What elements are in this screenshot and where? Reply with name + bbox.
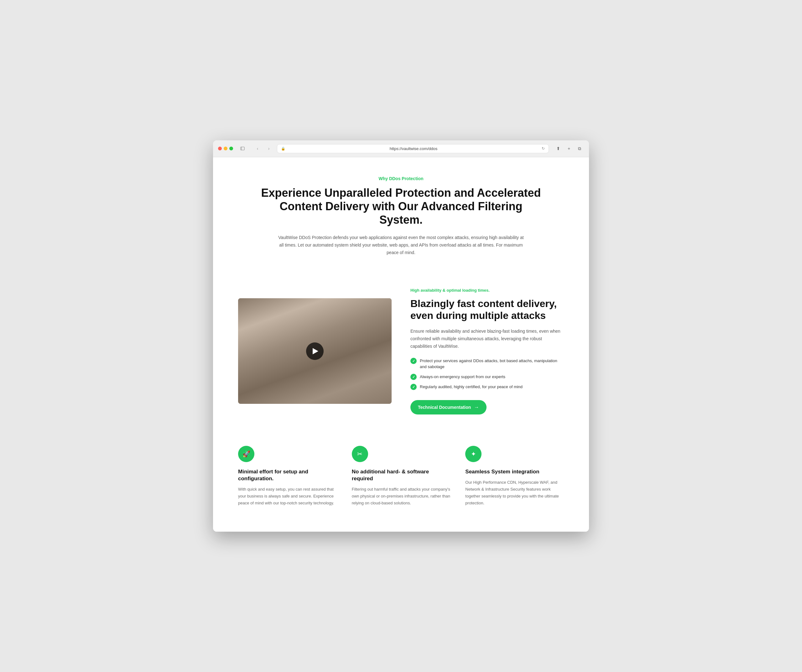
hero-title: Experience Unparalleled Protection and A… [260,186,542,227]
svg-rect-0 [241,147,244,150]
technical-documentation-button[interactable]: Technical Documentation → [411,400,487,415]
content-section: High availability & optimal loading time… [238,282,564,421]
checklist-text-3: Regularly audited, highly certified, for… [420,384,522,390]
back-button[interactable]: ‹ [253,144,262,153]
feature-description: Ensure reliable availability and achieve… [411,328,564,350]
browser-chrome: ‹ › 🔒 https://vaultwise.com/ddos ↻ ⬆ + ⧉ [213,141,589,157]
hero-tag: Why DDos Protection [238,176,564,181]
feature-icon-2: ✂ [352,446,368,462]
feature-card-title-2: No additional hard- & software required [352,468,451,482]
share-button[interactable]: ⬆ [554,144,563,153]
lock-icon: 🔒 [281,147,285,151]
browser-controls: ‹ › [253,144,273,153]
feature-card-title-3: Seamless System integration [465,468,564,475]
checklist-item-3: Regularly audited, highly certified, for… [411,384,564,390]
new-tab-button[interactable]: + [564,144,573,153]
feature-tag: High availability & optimal loading time… [411,288,564,292]
reload-icon: ↻ [542,146,545,151]
play-button[interactable] [306,342,323,360]
browser-actions: ⬆ + ⧉ [554,144,584,153]
browser-window: ‹ › 🔒 https://vaultwise.com/ddos ↻ ⬆ + ⧉… [213,141,589,532]
page-content: Why DDos Protection Experience Unparalle… [213,157,589,532]
hero-section: Why DDos Protection Experience Unparalle… [238,176,564,257]
traffic-lights [218,147,233,150]
feature-icon-1: 🚀 [238,446,254,462]
feature-icon-3: ✦ [465,446,482,462]
feature-content: High availability & optimal loading time… [411,282,564,421]
features-grid: 🚀 Minimal effort for setup and configura… [238,446,564,507]
feature-title: Blazingly fast content delivery, even du… [411,297,564,322]
feature-card-desc-1: With quick and easy setup, you can rest … [238,486,337,507]
check-icon-1 [411,358,417,364]
minimize-button[interactable] [224,147,228,150]
check-icon-3 [411,384,417,390]
cta-label: Technical Documentation [418,405,471,410]
maximize-button[interactable] [229,147,233,150]
feature-card-title-1: Minimal effort for setup and configurati… [238,468,337,482]
forward-button[interactable]: › [264,144,273,153]
feature-card-1: 🚀 Minimal effort for setup and configura… [238,446,337,507]
video-container[interactable] [238,298,391,404]
feature-checklist: Protect your services against DDos attac… [411,358,564,390]
close-button[interactable] [218,147,222,150]
feature-card-desc-2: Filtering out harmful traffic and attack… [352,486,451,507]
feature-card-2: ✂ No additional hard- & software require… [352,446,451,507]
checklist-text-1: Protect your services against DDos attac… [420,358,564,370]
address-bar[interactable]: 🔒 https://vaultwise.com/ddos ↻ [277,144,549,153]
window-toggle-button[interactable] [238,144,247,153]
hero-description: VaultWise DDoS Protection defends your w… [276,234,526,256]
feature-card-desc-3: Our High Performance CDN, Hyperscale WAF… [465,479,564,507]
tabs-button[interactable]: ⧉ [575,144,584,153]
checklist-text-2: Always-on emergency support from our exp… [420,374,505,380]
checklist-item-2: Always-on emergency support from our exp… [411,374,564,380]
url-text: https://vaultwise.com/ddos [287,146,540,151]
feature-card-3: ✦ Seamless System integration Our High P… [465,446,564,507]
check-icon-2 [411,374,417,380]
cta-arrow: → [474,404,479,410]
checklist-item-1: Protect your services against DDos attac… [411,358,564,370]
